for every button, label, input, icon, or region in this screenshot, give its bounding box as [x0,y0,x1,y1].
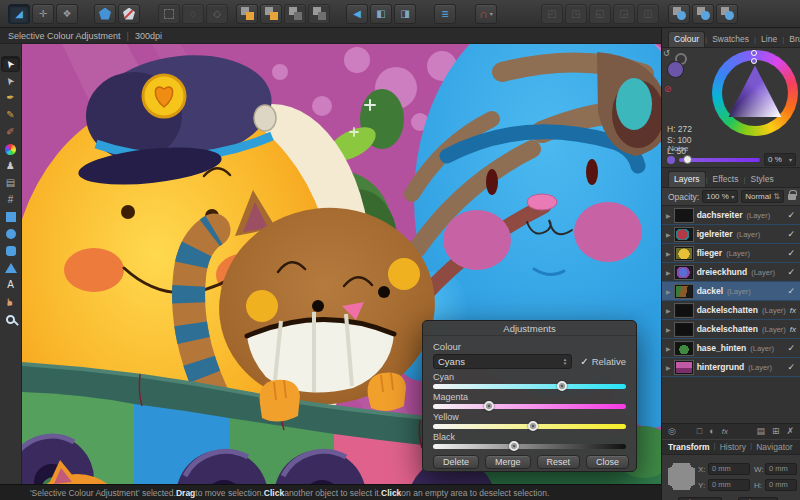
disclosure-icon[interactable]: ▶ [666,231,671,238]
layer-row-dachsreiter[interactable]: ▶dachsreiter(Layer)✓ [662,206,800,225]
edit-all-layers-icon[interactable]: ◎ [668,426,676,436]
rotate-cw-button[interactable]: ◨ [394,4,416,24]
slider-handle-yellow[interactable] [528,421,538,431]
tab-line[interactable]: Line [756,32,782,47]
tab-history[interactable]: History [720,442,746,452]
no-fill-icon[interactable]: ⊘ [664,84,672,94]
move-forward-button[interactable] [260,4,282,24]
layer-effects-icon[interactable]: fx [722,427,728,436]
transform-field-h[interactable]: 0 mm [765,479,797,491]
layer-fx-icon[interactable]: fx [790,306,796,315]
disclosure-icon[interactable]: ▶ [666,326,671,333]
slider-track-black[interactable] [433,444,626,449]
layer-thumbnail[interactable] [675,209,693,222]
image-frame-tool[interactable]: ▤ [1,175,20,191]
colour-range-select[interactable]: Cyans ▲▼ [433,354,572,369]
slider-track-cyan[interactable] [433,384,626,389]
transform-field-r[interactable]: 0 °▾ [678,497,722,500]
tab-navigator[interactable]: Navigator [756,442,792,452]
fill-tool[interactable]: ✒ [1,90,20,106]
tab-styles[interactable]: Styles [746,172,779,187]
dialog-title[interactable]: Adjustments [423,321,636,336]
layer-row-igelreiter[interactable]: ▶igelreiter(Layer)✓ [662,225,800,244]
move-tool[interactable]: ➤ [1,56,20,72]
layer-row-hase_hinten[interactable]: ▶hase_hinten(Layer)✓ [662,339,800,358]
layer-row-hintergrund[interactable]: ▶hintergrund(Layer)✓ [662,358,800,377]
move-to-front-button[interactable] [236,4,258,24]
layer-visibility-check[interactable]: ✓ [787,343,795,353]
node-tool[interactable]: ➤ [1,73,20,89]
slider-handle-magenta[interactable] [484,401,494,411]
anchor-point-widget[interactable] [668,463,695,490]
layers-empty-area[interactable] [662,377,800,423]
boolean-subtract-button[interactable] [692,4,714,24]
layer-visibility-check[interactable]: ✓ [787,248,795,258]
delete-layer-icon[interactable]: ✗ [786,426,794,436]
layer-row-dackelschatten[interactable]: ▶dackelschatten(Layer)fx✓ [662,320,800,339]
hue-handle[interactable] [751,50,757,56]
layer-thumbnail[interactable] [675,228,693,241]
pixel-persona-button[interactable]: ✛ [32,4,54,24]
rounded-rectangle-tool[interactable] [1,243,20,259]
mask-layer-icon[interactable]: □ [697,426,702,436]
noise-slider-handle[interactable] [683,155,692,164]
ellipse-tool[interactable] [1,226,20,242]
new-layer-icon[interactable]: ▤ [756,426,765,436]
pencil-tool[interactable]: ✎ [1,107,20,123]
tab-transform[interactable]: Transform [668,442,710,452]
layer-thumbnail[interactable] [675,285,693,298]
crop-tool[interactable]: # [1,192,20,208]
layer-thumbnail[interactable] [675,342,693,355]
transform-field-x[interactable]: 0 mm [708,463,750,475]
disclosure-icon[interactable]: ▶ [666,307,671,314]
vector-brush-tool[interactable]: ✐ [1,124,20,140]
disclosure-icon[interactable]: ▶ [666,269,671,276]
snapping-magnet-button[interactable]: ∩▾ [475,4,497,24]
slider-track-magenta[interactable] [433,404,626,409]
rotate-ccw-button[interactable]: ◧ [370,4,392,24]
slider-handle-black[interactable] [509,441,519,451]
noise-value-select[interactable]: 0 % ▾ [764,153,796,166]
rectangle-tool[interactable] [1,209,20,225]
layer-visibility-check[interactable]: ✓ [787,229,795,239]
designer-persona-button[interactable]: ◢ [8,4,30,24]
colour-wheel[interactable] [712,50,798,136]
text-tool[interactable]: A [1,277,20,293]
reset-button[interactable]: Reset [537,455,581,469]
swap-colours-icon[interactable]: ↺ [663,49,670,58]
delete-button[interactable]: Delete [433,455,479,469]
transform-field-s[interactable]: 0 °▾ [738,497,778,500]
hand-tool[interactable]: ☛ [1,294,20,310]
edit-locked-button[interactable] [118,4,140,24]
slider-handle-cyan[interactable] [557,381,567,391]
boolean-divide-button[interactable] [716,4,738,24]
tab-swatches[interactable]: Swatches [707,32,754,47]
layer-row-dackelschatten[interactable]: ▶dackelschatten(Layer)fx✓ [662,301,800,320]
tab-layers[interactable]: Layers [668,171,706,187]
blend-mode-select[interactable]: Normal⇅ [741,190,784,203]
alignment-button[interactable]: ≡ [434,4,456,24]
layer-thumbnail[interactable] [675,323,693,336]
triangle-tool[interactable] [1,260,20,276]
corner-tool[interactable]: ♟ [1,158,20,174]
disclosure-icon[interactable]: ▶ [666,345,671,352]
close-button[interactable]: Close [586,455,629,469]
merge-button[interactable]: Merge [485,455,531,469]
layer-visibility-check[interactable]: ✓ [787,286,795,296]
tab-brushes[interactable]: Brushes [784,32,800,47]
tab-effects[interactable]: Effects [708,172,744,187]
disclosure-icon[interactable]: ▶ [666,364,671,371]
layer-thumbnail[interactable] [675,247,693,260]
layer-thumbnail[interactable] [675,361,693,374]
disclosure-icon[interactable]: ▶ [666,288,671,295]
layer-row-dreieckhund[interactable]: ▶dreieckhund(Layer)✓ [662,263,800,282]
disclosure-icon[interactable]: ▶ [666,212,671,219]
layer-row-dackel[interactable]: ▶dackel(Layer)✓ [662,282,800,301]
colour-picker-tool[interactable] [1,141,20,157]
new-group-icon[interactable]: ⊞ [772,426,780,436]
layer-thumbnail[interactable] [675,304,693,317]
layer-row-flieger[interactable]: ▶flieger(Layer)✓ [662,244,800,263]
slider-track-yellow[interactable] [433,424,626,429]
document-canvas[interactable]: Adjustments Colour Cyans ▲▼ ✓ Relat [22,44,661,484]
opacity-select[interactable]: 100 %▾ [702,190,738,203]
